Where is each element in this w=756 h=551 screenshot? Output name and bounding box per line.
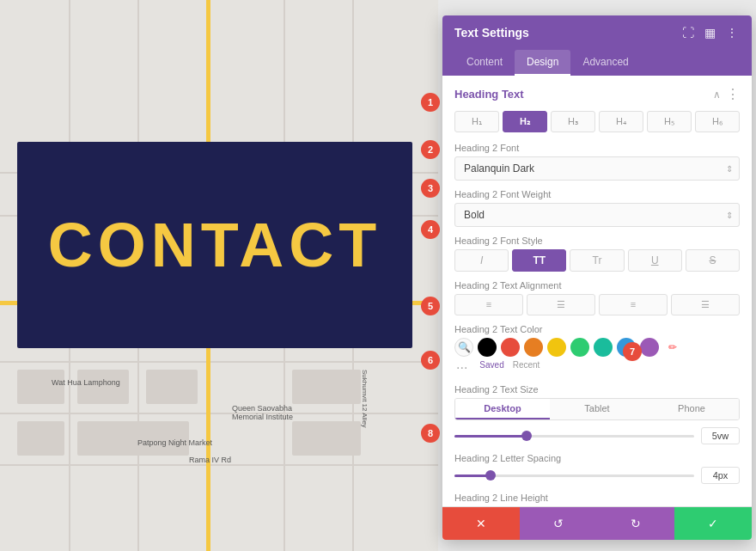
panel-footer: ✕ ↺ ↻ ✓ [442,506,752,540]
tab-content[interactable]: Content [454,50,515,76]
size-slider-track[interactable] [454,435,694,438]
section-title: Heading Text [454,88,524,101]
size-input[interactable] [701,427,740,444]
section-more[interactable]: ⋮ [726,86,740,102]
color-row: Heading 2 Text Color 🔍 ✏ ··· Saved Recen… [454,324,740,376]
alignment-label: Heading 2 Text Alignment [454,280,740,291]
letter-spacing-thumb[interactable] [485,470,496,481]
panel-tabs: Content Design Advanced [442,50,752,76]
step-1: 1 [421,93,440,112]
font-label: Heading 2 Font [454,143,740,153]
font-weight-select-wrapper: Bold Regular Light [454,203,740,227]
device-desktop[interactable]: Desktop [455,399,550,419]
device-phone[interactable]: Phone [644,399,739,419]
align-right[interactable]: ≡ [599,294,668,315]
color-dots[interactable]: ··· [456,360,467,376]
letter-spacing-slider-row [454,467,740,484]
section-header: Heading Text ∧ ⋮ [454,86,740,102]
heading-h2[interactable]: H₂ [503,111,547,132]
cancel-icon: ✕ [476,517,486,530]
saved-label[interactable]: Saved [479,360,503,376]
color-yellow[interactable] [547,338,566,357]
font-weight-label: Heading 2 Font Weight [454,189,740,199]
redo-icon: ↻ [631,517,641,530]
style-capitalize[interactable]: Tr [570,249,624,272]
style-strikethrough[interactable]: S [686,249,740,272]
heading-h3[interactable]: H₃ [551,111,595,132]
step-4: 4 [421,220,440,239]
font-style-row: Heading 2 Font Style I TT Tr U S [454,236,740,272]
heading-h6[interactable]: H₆ [695,111,740,132]
panel-header: Text Settings ⛶ ▦ ⋮ [442,15,752,50]
cancel-button[interactable]: ✕ [442,507,520,540]
font-weight-row: Heading 2 Font Weight Bold Regular Light [454,189,740,227]
style-underline[interactable]: U [628,249,682,272]
align-left[interactable]: ≡ [454,294,523,315]
align-justify[interactable]: ☰ [671,294,740,315]
panel-body: Heading Text ∧ ⋮ H₁ H₂ H₃ H₄ H₅ H₆ Headi… [442,76,752,506]
reset-button[interactable]: ↺ [520,507,597,540]
save-button[interactable]: ✓ [674,507,752,540]
collapse-arrow[interactable]: ∧ [713,89,721,101]
font-style-label: Heading 2 Font Style [454,236,740,246]
line-height-row: Heading 2 Line Height [454,493,740,506]
save-icon: ✓ [708,517,718,530]
style-italic[interactable]: I [454,249,509,272]
letter-spacing-track[interactable] [454,474,694,477]
color-green[interactable] [570,338,589,357]
letter-spacing-row: Heading 2 Letter Spacing [454,453,740,484]
panel-title: Text Settings [454,26,529,40]
color-label: Heading 2 Text Color [454,324,740,334]
color-purple[interactable] [640,338,659,357]
contact-title: CONTACT [48,210,382,280]
contact-hero: CONTACT [17,142,412,348]
size-slider-row [454,427,740,444]
size-slider-fill [454,435,527,438]
align-center[interactable]: ☰ [527,294,595,315]
color-edit-icon[interactable]: ✏ [663,338,682,357]
font-select[interactable]: Palanquin Dark [454,156,740,181]
tab-advanced[interactable]: Advanced [570,50,640,76]
font-select-wrapper: Palanquin Dark [454,156,740,181]
step-3: 3 [421,179,440,198]
size-slider-thumb[interactable] [521,431,532,441]
step-8: 8 [421,424,440,443]
device-tablet[interactable]: Tablet [550,399,644,419]
step-5: 5 [421,297,440,315]
color-black[interactable] [478,338,497,357]
heading-h4[interactable]: H₄ [599,111,643,132]
letter-spacing-label: Heading 2 Letter Spacing [454,453,740,463]
font-weight-select[interactable]: Bold Regular Light [454,203,740,227]
section-controls: ∧ ⋮ [713,86,740,102]
device-tabs: Desktop Tablet Phone [454,398,740,420]
line-height-label: Heading 2 Line Height [454,493,740,503]
step-7: 7 [623,342,642,361]
eyedropper-btn[interactable]: 🔍 [454,338,473,357]
text-size-label: Heading 2 Text Size [454,384,740,395]
recent-label[interactable]: Recent [513,360,540,376]
color-tabs: ··· Saved Recent [454,360,740,376]
heading-h5[interactable]: H₅ [647,111,692,132]
align-buttons: ≡ ☰ ≡ ☰ [454,294,740,315]
style-buttons: I TT Tr U S [454,249,740,272]
text-size-row: Heading 2 Text Size Desktop Tablet Phone [454,384,740,444]
redo-button[interactable]: ↻ [597,507,674,540]
color-red[interactable] [501,338,520,357]
color-teal[interactable] [594,338,613,357]
text-settings-panel: Text Settings ⛶ ▦ ⋮ Content Design Advan… [442,15,752,540]
more-icon[interactable]: ⋮ [724,24,740,41]
letter-spacing-input[interactable] [701,467,740,484]
heading-selector: H₁ H₂ H₃ H₄ H₅ H₆ [454,111,740,132]
color-swatches: 🔍 ✏ [454,338,740,357]
tab-design[interactable]: Design [515,50,570,76]
color-orange[interactable] [524,338,543,357]
alignment-row: Heading 2 Text Alignment ≡ ☰ ≡ ☰ [454,280,740,315]
panel-header-icons: ⛶ ▦ ⋮ [680,24,740,41]
grid-icon[interactable]: ▦ [703,24,717,41]
step-6: 6 [421,351,440,370]
reset-icon: ↺ [553,517,564,530]
heading-h1[interactable]: H₁ [454,111,499,132]
font-row: Heading 2 Font Palanquin Dark [454,143,740,181]
fullscreen-icon[interactable]: ⛶ [680,24,696,41]
style-uppercase[interactable]: TT [512,249,566,272]
